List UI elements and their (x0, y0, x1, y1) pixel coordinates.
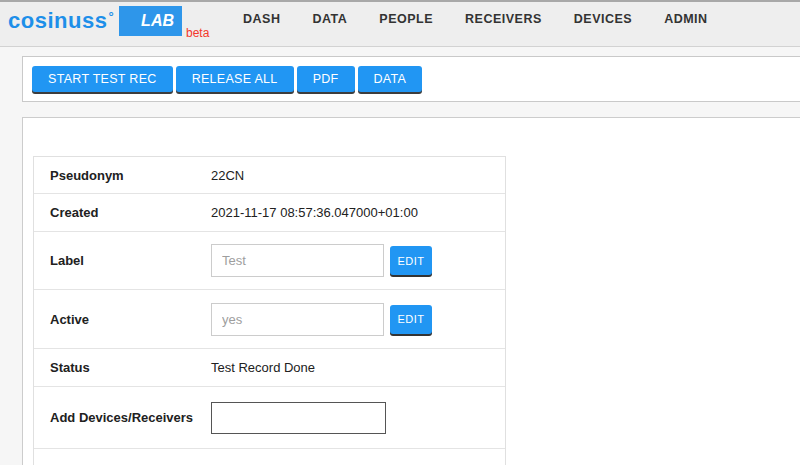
table-row-active: Active EDIT (34, 290, 505, 349)
content-panel: Pseudonym 22CN Created 2021-11-17 08:57:… (22, 117, 800, 465)
app-screen: cosinuss° LAB beta DASH DATA PEOPLE RECE… (0, 0, 800, 465)
nav-links: DASH DATA PEOPLE RECEIVERS DEVICES ADMIN (243, 2, 708, 36)
top-navbar: cosinuss° LAB beta DASH DATA PEOPLE RECE… (0, 0, 800, 47)
created-label: Created (34, 205, 211, 220)
brand-text: cosinuss (8, 8, 107, 33)
active-edit-button[interactable]: EDIT (390, 305, 432, 334)
brand-degree-symbol: ° (108, 9, 114, 24)
nav-item-data[interactable]: DATA (312, 12, 347, 26)
table-row-pseudonym: Pseudonym 22CN (34, 157, 505, 194)
nav-item-admin[interactable]: ADMIN (664, 12, 707, 26)
release-all-button[interactable]: RELEASE ALL (176, 66, 294, 92)
add-devices-input[interactable] (211, 402, 386, 434)
table-row-add-devices: Add Devices/Receivers (34, 387, 505, 449)
label-field-label: Label (34, 253, 211, 268)
table-row-created: Created 2021-11-17 08:57:36.047000+01:00 (34, 194, 505, 232)
pseudonym-label: Pseudonym (34, 168, 211, 183)
label-field-controls: EDIT (211, 244, 432, 277)
pdf-button[interactable]: PDF (297, 66, 355, 92)
cosinuss-logo[interactable]: cosinuss° (8, 8, 113, 34)
status-value: Test Record Done (211, 360, 315, 375)
label-edit-button[interactable]: EDIT (390, 246, 432, 275)
data-button[interactable]: DATA (358, 66, 423, 92)
table-row-cutoff (34, 449, 505, 465)
label-input[interactable] (211, 244, 384, 277)
add-devices-label: Add Devices/Receivers (34, 410, 211, 425)
action-toolbar: START TEST REC RELEASE ALL PDF DATA (22, 56, 800, 102)
pseudonym-value: 22CN (211, 168, 244, 183)
start-test-rec-button[interactable]: START TEST REC (32, 66, 173, 92)
nav-item-people[interactable]: PEOPLE (379, 12, 433, 26)
active-field-label: Active (34, 312, 211, 327)
add-devices-controls (211, 402, 386, 434)
status-label: Status (34, 360, 211, 375)
record-detail-table: Pseudonym 22CN Created 2021-11-17 08:57:… (33, 156, 506, 465)
nav-item-devices[interactable]: DEVICES (574, 12, 632, 26)
table-row-label: Label EDIT (34, 232, 505, 290)
active-input[interactable] (211, 303, 384, 336)
lab-badge[interactable]: LAB (119, 6, 182, 36)
active-field-controls: EDIT (211, 303, 432, 336)
created-value: 2021-11-17 08:57:36.047000+01:00 (211, 205, 418, 220)
beta-label: beta (186, 26, 209, 40)
nav-item-dash[interactable]: DASH (243, 12, 280, 26)
table-row-status: Status Test Record Done (34, 349, 505, 387)
nav-item-receivers[interactable]: RECEIVERS (465, 12, 542, 26)
